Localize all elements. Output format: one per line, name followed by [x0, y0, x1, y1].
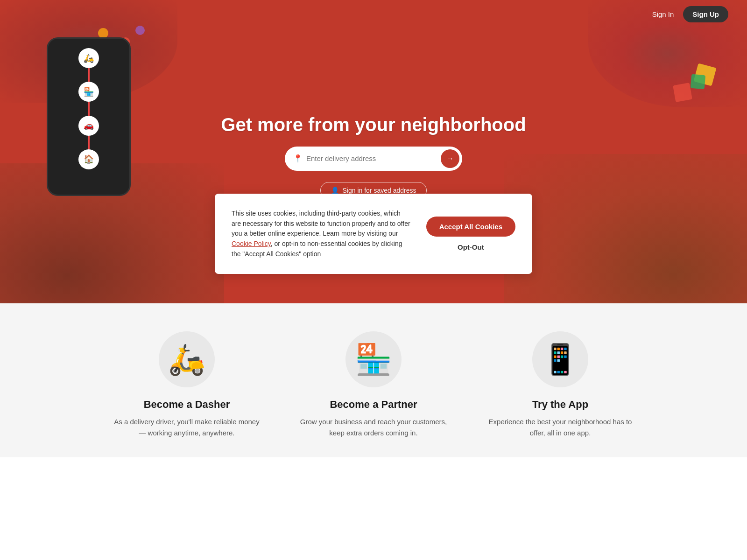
phone-timeline: 🛵 🏪 🚗 🏠 — [78, 48, 99, 169]
hero-content: Get more from your neighborhood 📍 → 👤 Si… — [221, 114, 526, 199]
navigation: Sign In Sign Up — [0, 0, 747, 28]
timeline-dot-1: 🛵 — [78, 48, 99, 68]
timeline-line — [88, 68, 90, 82]
signup-button[interactable]: Sign Up — [683, 6, 728, 22]
food-decoration-bottom-right — [504, 154, 747, 303]
dasher-description: As a delivery driver, you'll make reliab… — [112, 416, 261, 439]
address-input[interactable] — [306, 154, 437, 162]
timeline-dot-3: 🚗 — [78, 116, 99, 136]
opt-out-button[interactable]: Opt-Out — [458, 243, 484, 251]
dasher-icon: 🛵 — [168, 342, 205, 377]
app-icon: 📱 — [542, 342, 579, 377]
candy-square — [673, 83, 692, 102]
app-icon-wrap: 📱 — [532, 331, 588, 387]
cookie-banner: This site uses cookies, including third-… — [215, 194, 532, 274]
cookie-actions: Accept All Cookies Opt-Out — [426, 217, 515, 251]
partner-description: Grow your business and reach your custom… — [299, 416, 448, 439]
bottom-section: 🛵 Become a Dasher As a delivery driver, … — [0, 303, 747, 457]
address-search-bar: 📍 → — [285, 147, 462, 171]
cookie-policy-link[interactable]: Cookie Policy — [232, 240, 271, 247]
cookie-body-text: This site uses cookies, including third-… — [232, 210, 410, 237]
app-description: Experience the best your neighborhood ha… — [486, 416, 635, 439]
timeline-line — [88, 136, 90, 149]
accept-all-cookies-button[interactable]: Accept All Cookies — [426, 217, 515, 237]
search-submit-button[interactable]: → — [441, 149, 459, 168]
app-card: 📱 Try the App Experience the best your n… — [467, 331, 654, 439]
candy-decoration — [98, 28, 108, 38]
person-icon: 👤 — [331, 187, 339, 194]
timeline-dot-4: 🏠 — [78, 149, 99, 169]
dasher-icon-wrap: 🛵 — [159, 331, 215, 387]
partner-card: 🏪 Become a Partner Grow your business an… — [280, 331, 467, 439]
partner-title: Become a Partner — [330, 399, 417, 411]
timeline-dot-2: 🏪 — [78, 82, 99, 102]
cookie-text-block: This site uses cookies, including third-… — [232, 209, 411, 259]
hero-title: Get more from your neighborhood — [221, 114, 526, 135]
candy-square — [691, 74, 706, 90]
location-icon: 📍 — [293, 154, 303, 163]
partner-icon-wrap: 🏪 — [345, 331, 402, 387]
dasher-card: 🛵 Become a Dasher As a delivery driver, … — [93, 331, 280, 439]
saved-address-label: Sign in for saved address — [343, 187, 416, 194]
store-icon: 🏪 — [355, 342, 392, 377]
phone-mockup: 🛵 🏪 🚗 🏠 — [47, 37, 131, 196]
signin-button[interactable]: Sign In — [645, 7, 682, 22]
timeline-line — [88, 102, 90, 115]
dasher-title: Become a Dasher — [144, 399, 230, 411]
app-title: Try the App — [532, 399, 588, 411]
arrow-icon: → — [446, 154, 454, 163]
